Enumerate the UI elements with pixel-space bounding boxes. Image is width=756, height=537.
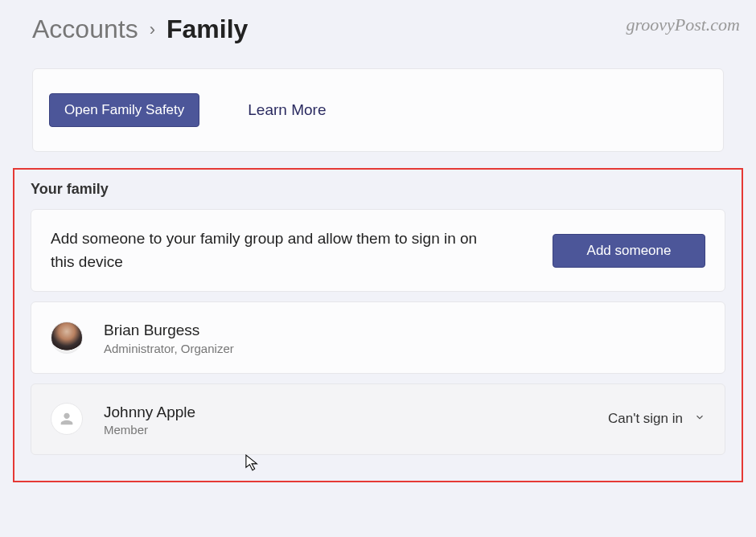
- chevron-down-icon: [694, 411, 705, 427]
- add-someone-card: Add someone to your family group and all…: [31, 209, 725, 292]
- family-member-row[interactable]: Brian Burgess Administrator, Organizer: [31, 301, 725, 374]
- learn-more-link[interactable]: Learn More: [248, 101, 326, 119]
- member-role: Member: [104, 423, 195, 437]
- add-someone-button[interactable]: Add someone: [553, 234, 705, 268]
- family-member-row[interactable]: Johnny Apple Member Can't sign in: [31, 383, 725, 456]
- member-info: Brian Burgess Administrator, Organizer: [104, 320, 234, 355]
- section-title: Your family: [31, 181, 725, 198]
- family-safety-card: Open Family Safety Learn More: [32, 68, 724, 152]
- add-someone-description: Add someone to your family group and all…: [51, 228, 501, 273]
- breadcrumb-parent[interactable]: Accounts: [32, 14, 138, 44]
- watermark: groovyPost.com: [626, 14, 740, 35]
- avatar: [51, 322, 83, 354]
- breadcrumb-current: Family: [166, 14, 248, 44]
- signin-status-label: Can't sign in: [608, 411, 683, 427]
- open-family-safety-button[interactable]: Open Family Safety: [49, 93, 199, 127]
- member-info: Johnny Apple Member: [104, 402, 195, 437]
- member-name: Johnny Apple: [104, 402, 195, 424]
- page-header: Accounts › Family groovyPost.com: [0, 0, 756, 68]
- member-name: Brian Burgess: [104, 320, 234, 342]
- your-family-section: Your family Add someone to your family g…: [13, 168, 743, 482]
- signin-status-dropdown[interactable]: Can't sign in: [608, 411, 705, 427]
- chevron-right-icon: ›: [150, 19, 155, 40]
- member-role: Administrator, Organizer: [104, 342, 234, 355]
- avatar-placeholder-icon: [51, 403, 83, 435]
